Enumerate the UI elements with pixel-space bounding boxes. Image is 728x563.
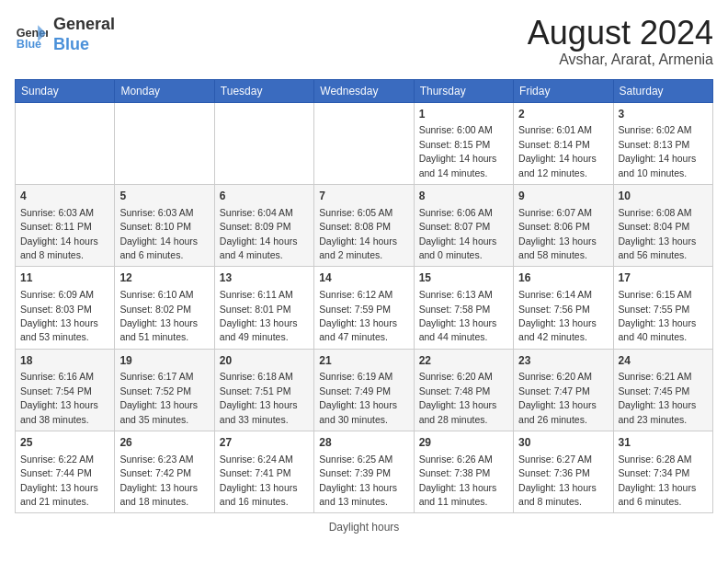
table-row: 18Sunrise: 6:16 AMSunset: 7:54 PMDayligh… xyxy=(16,349,115,431)
table-row: 27Sunrise: 6:24 AMSunset: 7:41 PMDayligh… xyxy=(214,431,313,513)
col-sunday: Sunday xyxy=(16,79,115,102)
table-row: 17Sunrise: 6:15 AMSunset: 7:55 PMDayligh… xyxy=(613,267,712,349)
table-row: 4Sunrise: 6:03 AMSunset: 8:11 PMDaylight… xyxy=(16,184,115,266)
day-info: Sunrise: 6:02 AMSunset: 8:13 PMDaylight:… xyxy=(619,124,697,178)
day-info: Sunrise: 6:01 AMSunset: 8:14 PMDaylight:… xyxy=(518,124,597,178)
subtitle: Avshar, Ararat, Armenia xyxy=(528,52,713,68)
table-row: 6Sunrise: 6:04 AMSunset: 8:09 PMDaylight… xyxy=(214,184,313,266)
day-info: Sunrise: 6:10 AMSunset: 8:02 PMDaylight:… xyxy=(119,289,198,342)
table-row: 5Sunrise: 6:03 AMSunset: 8:10 PMDaylight… xyxy=(115,184,214,266)
day-info: Sunrise: 6:16 AMSunset: 7:54 PMDaylight:… xyxy=(20,371,98,424)
day-number: 13 xyxy=(220,270,309,286)
day-info: Sunrise: 6:18 AMSunset: 7:51 PMDaylight:… xyxy=(220,371,298,424)
day-number: 28 xyxy=(319,435,408,451)
day-info: Sunrise: 6:00 AMSunset: 8:15 PMDaylight:… xyxy=(419,124,497,178)
table-row: 8Sunrise: 6:06 AMSunset: 8:07 PMDaylight… xyxy=(414,184,513,266)
footer-note: Daylight hours xyxy=(15,521,713,534)
table-row: 31Sunrise: 6:28 AMSunset: 7:34 PMDayligh… xyxy=(613,431,712,513)
logo-icon: General Blue xyxy=(15,18,48,52)
day-info: Sunrise: 6:09 AMSunset: 8:03 PMDaylight:… xyxy=(20,289,98,342)
table-row: 22Sunrise: 6:20 AMSunset: 7:48 PMDayligh… xyxy=(414,349,513,431)
day-number: 31 xyxy=(619,435,708,451)
day-number: 3 xyxy=(619,107,708,122)
day-number: 16 xyxy=(518,270,608,286)
day-number: 26 xyxy=(119,435,209,451)
table-row: 10Sunrise: 6:08 AMSunset: 8:04 PMDayligh… xyxy=(613,184,712,266)
day-number: 30 xyxy=(518,435,608,451)
calendar-week-row: 1Sunrise: 6:00 AMSunset: 8:15 PMDaylight… xyxy=(16,102,713,184)
table-row: 12Sunrise: 6:10 AMSunset: 8:02 PMDayligh… xyxy=(115,267,214,349)
table-row: 19Sunrise: 6:17 AMSunset: 7:52 PMDayligh… xyxy=(115,349,214,431)
calendar-table: Sunday Monday Tuesday Wednesday Thursday… xyxy=(15,79,713,514)
main-title: August 2024 xyxy=(528,15,713,52)
day-number: 19 xyxy=(119,353,209,369)
logo-text: General Blue xyxy=(53,15,115,54)
table-row: 23Sunrise: 6:20 AMSunset: 7:47 PMDayligh… xyxy=(514,349,613,431)
day-info: Sunrise: 6:05 AMSunset: 8:08 PMDaylight:… xyxy=(319,207,397,260)
day-info: Sunrise: 6:15 AMSunset: 7:55 PMDaylight:… xyxy=(619,289,697,342)
day-info: Sunrise: 6:03 AMSunset: 8:10 PMDaylight:… xyxy=(119,207,198,260)
day-info: Sunrise: 6:22 AMSunset: 7:44 PMDaylight:… xyxy=(20,454,98,507)
day-number: 7 xyxy=(319,189,408,204)
table-row: 7Sunrise: 6:05 AMSunset: 8:08 PMDaylight… xyxy=(314,184,414,266)
day-number: 15 xyxy=(419,270,508,286)
day-number: 20 xyxy=(220,353,309,369)
table-row: 21Sunrise: 6:19 AMSunset: 7:49 PMDayligh… xyxy=(314,349,414,431)
calendar-header-row: Sunday Monday Tuesday Wednesday Thursday… xyxy=(16,79,713,102)
day-number: 6 xyxy=(220,189,309,204)
day-info: Sunrise: 6:28 AMSunset: 7:34 PMDaylight:… xyxy=(619,454,697,507)
page-header: General Blue General Blue August 2024 Av… xyxy=(15,15,713,68)
table-row: 24Sunrise: 6:21 AMSunset: 7:45 PMDayligh… xyxy=(613,349,712,431)
day-info: Sunrise: 6:26 AMSunset: 7:38 PMDaylight:… xyxy=(419,454,497,507)
table-row: 14Sunrise: 6:12 AMSunset: 7:59 PMDayligh… xyxy=(314,267,414,349)
day-number: 11 xyxy=(20,270,109,286)
day-info: Sunrise: 6:17 AMSunset: 7:52 PMDaylight:… xyxy=(119,371,198,424)
day-info: Sunrise: 6:04 AMSunset: 8:09 PMDaylight:… xyxy=(220,207,298,260)
table-row: 30Sunrise: 6:27 AMSunset: 7:36 PMDayligh… xyxy=(514,431,613,513)
day-number: 25 xyxy=(20,435,109,451)
day-number: 21 xyxy=(319,353,408,369)
day-number: 8 xyxy=(419,189,508,204)
day-number: 29 xyxy=(419,435,508,451)
day-number: 22 xyxy=(419,353,508,369)
day-info: Sunrise: 6:25 AMSunset: 7:39 PMDaylight:… xyxy=(319,454,397,507)
table-row: 26Sunrise: 6:23 AMSunset: 7:42 PMDayligh… xyxy=(115,431,214,513)
table-row: 9Sunrise: 6:07 AMSunset: 8:06 PMDaylight… xyxy=(514,184,613,266)
table-row: 25Sunrise: 6:22 AMSunset: 7:44 PMDayligh… xyxy=(16,431,115,513)
svg-text:Blue: Blue xyxy=(17,38,41,51)
table-row: 29Sunrise: 6:26 AMSunset: 7:38 PMDayligh… xyxy=(414,431,513,513)
day-number: 24 xyxy=(619,353,708,369)
day-number: 1 xyxy=(419,107,508,122)
table-row xyxy=(115,102,214,184)
table-row: 16Sunrise: 6:14 AMSunset: 7:56 PMDayligh… xyxy=(514,267,613,349)
day-info: Sunrise: 6:20 AMSunset: 7:48 PMDaylight:… xyxy=(419,371,497,424)
table-row: 11Sunrise: 6:09 AMSunset: 8:03 PMDayligh… xyxy=(16,267,115,349)
day-number: 4 xyxy=(20,189,109,204)
day-number: 27 xyxy=(220,435,309,451)
calendar-week-row: 11Sunrise: 6:09 AMSunset: 8:03 PMDayligh… xyxy=(16,267,713,349)
day-number: 5 xyxy=(119,189,209,204)
col-monday: Monday xyxy=(115,79,214,102)
day-info: Sunrise: 6:08 AMSunset: 8:04 PMDaylight:… xyxy=(619,207,697,260)
day-number: 17 xyxy=(619,270,708,286)
day-info: Sunrise: 6:14 AMSunset: 7:56 PMDaylight:… xyxy=(518,289,597,342)
table-row: 2Sunrise: 6:01 AMSunset: 8:14 PMDaylight… xyxy=(514,102,613,184)
logo: General Blue General Blue xyxy=(15,15,115,54)
col-thursday: Thursday xyxy=(414,79,513,102)
col-friday: Friday xyxy=(514,79,613,102)
table-row xyxy=(214,102,313,184)
day-info: Sunrise: 6:06 AMSunset: 8:07 PMDaylight:… xyxy=(419,207,497,260)
col-wednesday: Wednesday xyxy=(314,79,414,102)
table-row xyxy=(314,102,414,184)
table-row: 1Sunrise: 6:00 AMSunset: 8:15 PMDaylight… xyxy=(414,102,513,184)
day-info: Sunrise: 6:07 AMSunset: 8:06 PMDaylight:… xyxy=(518,207,597,260)
day-info: Sunrise: 6:23 AMSunset: 7:42 PMDaylight:… xyxy=(119,454,198,507)
day-info: Sunrise: 6:03 AMSunset: 8:11 PMDaylight:… xyxy=(20,207,98,260)
day-number: 18 xyxy=(20,353,109,369)
day-info: Sunrise: 6:12 AMSunset: 7:59 PMDaylight:… xyxy=(319,289,397,342)
day-number: 9 xyxy=(518,189,608,204)
table-row: 13Sunrise: 6:11 AMSunset: 8:01 PMDayligh… xyxy=(214,267,313,349)
daylight-label: Daylight hours xyxy=(329,521,400,534)
calendar-week-row: 18Sunrise: 6:16 AMSunset: 7:54 PMDayligh… xyxy=(16,349,713,431)
day-info: Sunrise: 6:21 AMSunset: 7:45 PMDaylight:… xyxy=(619,371,697,424)
